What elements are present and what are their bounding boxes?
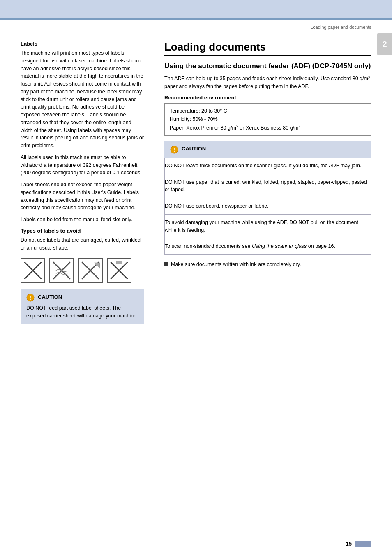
left-column: Labels The machine will print on most ty… bbox=[0, 32, 156, 332]
labels-para4: Labels can be fed from the manual feed s… bbox=[21, 216, 144, 224]
caution-icon-right: ! bbox=[170, 146, 178, 154]
page-number-container: 15 bbox=[346, 541, 371, 547]
svg-text:!: ! bbox=[173, 147, 175, 153]
labels-para3: Label sheets should not exceed the paper… bbox=[21, 181, 144, 212]
svg-rect-9 bbox=[116, 261, 122, 264]
labels-heading: Labels bbox=[21, 41, 144, 47]
caution-item-5: To scan non-standard documents see Using… bbox=[165, 238, 371, 254]
right-caution-label: CAUTION bbox=[182, 146, 366, 152]
sub-heading: Using the automatic document feeder (ADF… bbox=[164, 62, 371, 71]
env-box: Temperature: 20 to 30° C Humidity: 50% -… bbox=[164, 103, 371, 136]
caution-item-4: To avoid damaging your machine while usi… bbox=[165, 215, 371, 239]
bullet-text: Make sure documents written with ink are… bbox=[171, 261, 301, 268]
caution-item-2: DO NOT use paper that is curled, wrinkle… bbox=[165, 174, 371, 199]
top-bar bbox=[0, 0, 392, 20]
bullet-square bbox=[164, 262, 168, 266]
left-caution-header: ! CAUTION bbox=[26, 294, 138, 302]
caution-item-1: DO NOT leave thick documents on the scan… bbox=[165, 158, 371, 174]
env-line-3: Paper: Xerox Premier 80 g/m2 or Xerox Bu… bbox=[170, 123, 366, 132]
svg-text:!: ! bbox=[30, 295, 31, 301]
right-caution-box-header: ! CAUTION bbox=[164, 141, 371, 158]
left-caution-label: CAUTION bbox=[38, 294, 62, 300]
left-caution-text: DO NOT feed part used label sheets. The … bbox=[26, 304, 138, 320]
label-img-2 bbox=[49, 258, 74, 283]
left-caution-box: ! CAUTION DO NOT feed part used label sh… bbox=[21, 289, 144, 324]
caution-icon-left: ! bbox=[26, 294, 35, 302]
page-num-accent bbox=[355, 541, 371, 547]
chapter-tab: 2 bbox=[377, 33, 392, 56]
types-heading: Types of labels to avoid bbox=[21, 228, 144, 234]
right-column: Loading documents Using the automatic do… bbox=[156, 32, 392, 332]
page-num: 15 bbox=[346, 541, 352, 547]
caution-content: CAUTION bbox=[182, 146, 366, 153]
labels-para2: All labels used in this machine must be … bbox=[21, 154, 144, 177]
recommended-env-heading: Recommended environment bbox=[164, 95, 371, 101]
main-heading: Loading documents bbox=[164, 41, 371, 56]
env-line-2: Humidity: 50% - 70% bbox=[170, 115, 366, 123]
adf-para: The ADF can hold up to 35 pages and feed… bbox=[164, 75, 371, 90]
label-img-1 bbox=[21, 258, 45, 283]
caution-items-list: DO NOT leave thick documents on the scan… bbox=[164, 158, 371, 255]
page-header-text: Loading paper and documents bbox=[310, 25, 371, 30]
env-line-1: Temperature: 20 to 30° C bbox=[170, 107, 366, 115]
types-para: Do not use labels that are damaged, curl… bbox=[21, 236, 144, 252]
label-img-3 bbox=[78, 258, 103, 283]
caution-item-3: DO NOT use cardboard, newspaper or fabri… bbox=[165, 198, 371, 215]
page-header: Loading paper and documents bbox=[0, 20, 392, 32]
label-img-4 bbox=[107, 258, 131, 283]
bullet-item: Make sure documents written with ink are… bbox=[164, 261, 371, 268]
top-bar-accent bbox=[0, 18, 392, 20]
chapter-number: 2 bbox=[382, 39, 387, 49]
label-images bbox=[21, 258, 144, 283]
content-wrapper: Labels The machine will print on most ty… bbox=[0, 32, 392, 340]
labels-para1: The machine will print on most types of … bbox=[21, 49, 144, 150]
